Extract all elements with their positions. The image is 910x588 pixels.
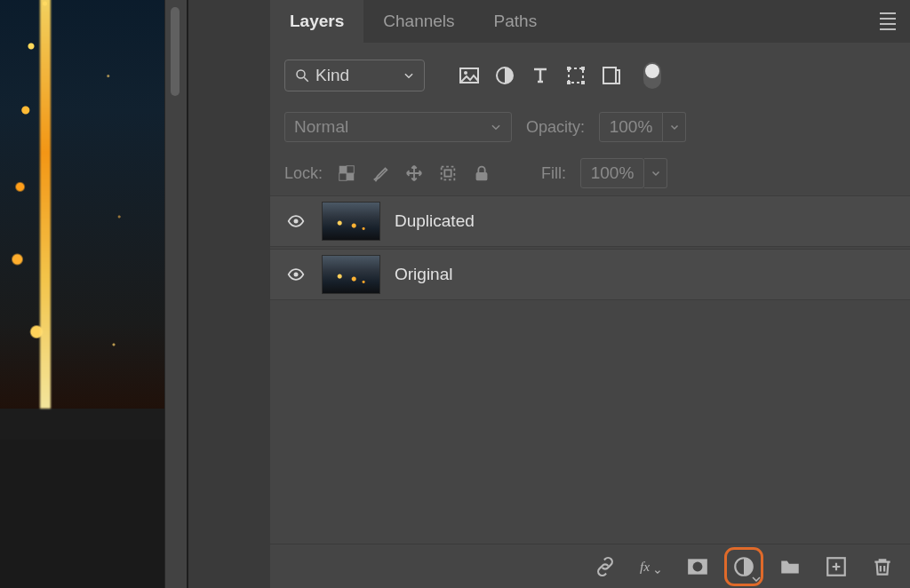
- svg-rect-17: [476, 172, 488, 180]
- layer-thumbnail[interactable]: [322, 202, 380, 241]
- canvas-vertical-scrollbar[interactable]: [165, 0, 187, 588]
- delete-layer-trash-icon[interactable]: [871, 555, 894, 578]
- layer-name[interactable]: Original: [395, 265, 452, 284]
- fill-input[interactable]: 100%: [580, 158, 644, 188]
- layer-name[interactable]: Duplicated: [395, 211, 475, 231]
- filter-kind-label: Kind: [310, 66, 403, 85]
- filter-smartobject-layers-icon[interactable]: [601, 65, 622, 86]
- filter-shape-layers-icon[interactable]: [565, 65, 587, 86]
- svg-point-0: [297, 70, 305, 78]
- blend-row: Normal Opacity: 100%: [270, 108, 910, 146]
- new-group-folder-icon[interactable]: [778, 555, 802, 578]
- svg-rect-12: [347, 173, 354, 180]
- fill-stepper[interactable]: [644, 158, 667, 188]
- filter-type-layers-icon[interactable]: [530, 65, 551, 86]
- svg-rect-6: [567, 67, 571, 70]
- opacity-stepper[interactable]: [663, 112, 686, 142]
- visibility-eye-icon[interactable]: [284, 266, 307, 283]
- svg-rect-8: [567, 81, 571, 84]
- canvas-pad: [0, 440, 164, 588]
- tab-channels[interactable]: Channels: [363, 0, 474, 43]
- svg-rect-11: [339, 166, 347, 173]
- layers-bottom-bar: fx: [270, 544, 910, 588]
- blend-mode-value: Normal: [294, 117, 348, 137]
- lock-artboard-icon[interactable]: [438, 163, 458, 183]
- svg-rect-14: [339, 173, 347, 180]
- svg-rect-10: [603, 68, 616, 83]
- filter-adjustment-layers-icon[interactable]: [494, 65, 515, 86]
- svg-rect-15: [442, 167, 455, 180]
- svg-text:fx: fx: [640, 559, 650, 574]
- svg-line-1: [304, 77, 308, 82]
- svg-point-22: [693, 561, 703, 571]
- layer-style-fx-icon[interactable]: fx: [640, 555, 663, 578]
- chevron-down-icon: [403, 69, 415, 82]
- layer-thumbnail[interactable]: [322, 255, 380, 294]
- svg-rect-7: [581, 67, 585, 70]
- lock-transparent-icon[interactable]: [337, 163, 356, 183]
- layer-row[interactable]: Original: [270, 249, 910, 300]
- layer-filter-row: Kind: [270, 48, 910, 103]
- layer-list: Duplicated Original: [270, 195, 910, 300]
- svg-point-18: [294, 219, 299, 224]
- visibility-eye-icon[interactable]: [284, 212, 307, 230]
- svg-rect-13: [347, 166, 354, 173]
- fill-label: Fill:: [541, 164, 566, 183]
- panel-menu-icon[interactable]: [866, 0, 910, 43]
- blend-mode-dropdown[interactable]: Normal: [284, 112, 512, 142]
- panel-dock-gutter: [188, 0, 270, 588]
- opacity-input[interactable]: 100%: [599, 112, 663, 142]
- svg-rect-16: [444, 170, 451, 176]
- svg-rect-9: [581, 81, 585, 84]
- link-layers-icon[interactable]: [594, 555, 617, 578]
- scrollbar-thumb[interactable]: [171, 7, 180, 96]
- opacity-label: Opacity:: [526, 118, 585, 137]
- panel-tabs: Layers Channels Paths: [270, 0, 910, 43]
- add-layer-mask-icon[interactable]: [686, 555, 709, 578]
- filter-kind-dropdown[interactable]: Kind: [284, 60, 425, 91]
- lock-label: Lock:: [284, 164, 323, 183]
- layer-row[interactable]: Duplicated: [270, 195, 910, 247]
- document-image: [0, 0, 164, 409]
- tab-paths[interactable]: Paths: [475, 0, 557, 43]
- lock-position-icon[interactable]: [404, 163, 424, 183]
- lock-all-icon[interactable]: [472, 163, 491, 183]
- search-icon: [294, 68, 310, 83]
- filter-toggle[interactable]: [643, 62, 661, 89]
- tab-layers[interactable]: Layers: [270, 0, 363, 43]
- lock-row: Lock: Fill: 100%: [270, 153, 910, 194]
- svg-rect-5: [569, 68, 583, 83]
- document-canvas[interactable]: [0, 0, 164, 440]
- lock-brush-icon[interactable]: [371, 163, 390, 183]
- new-layer-icon[interactable]: [825, 555, 848, 578]
- svg-point-3: [464, 71, 467, 75]
- filter-pixel-layers-icon[interactable]: [459, 65, 480, 86]
- chevron-down-icon: [490, 121, 502, 133]
- layers-panel: Layers Channels Paths Kind Normal Opacit…: [270, 0, 910, 588]
- svg-point-19: [294, 273, 299, 277]
- new-adjustment-layer-icon[interactable]: [732, 555, 755, 578]
